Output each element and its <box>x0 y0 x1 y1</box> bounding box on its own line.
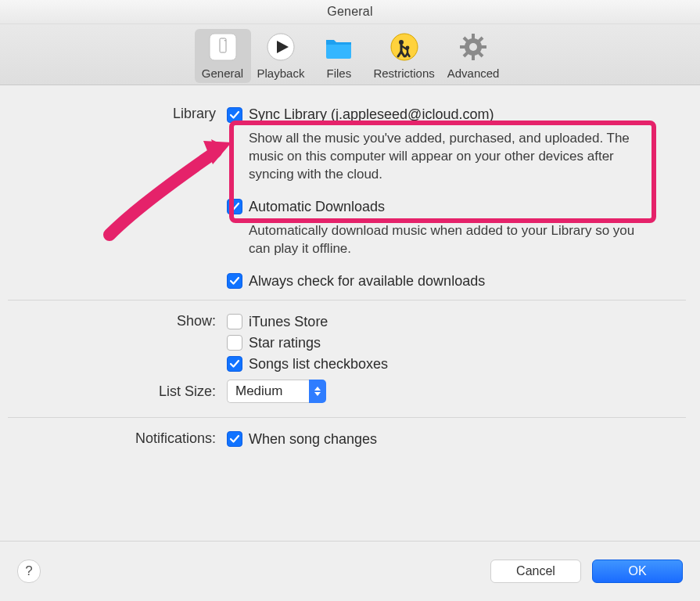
always-check-downloads-checkbox[interactable]: Always check for available downloads <box>227 271 665 292</box>
svg-rect-17 <box>472 55 475 60</box>
automatic-downloads-label: Automatic Downloads <box>249 199 385 215</box>
chevron-updown-icon <box>309 380 326 403</box>
list-size-select[interactable]: Medium <box>227 380 665 403</box>
checkbox-icon <box>227 107 242 123</box>
tab-files[interactable]: Files <box>311 29 367 83</box>
always-check-downloads-label: Always check for available downloads <box>249 273 485 290</box>
sync-library-description: Show all the music you've added, purchas… <box>249 130 648 184</box>
songs-list-checkboxes-checkbox[interactable]: Songs list checkboxes <box>227 354 665 375</box>
checkbox-icon <box>227 431 242 447</box>
tab-restrictions-label: Restrictions <box>373 67 434 80</box>
cancel-button[interactable]: Cancel <box>490 560 581 583</box>
list-size-section-label: List Size: <box>8 380 227 403</box>
checkbox-icon <box>227 314 242 329</box>
help-icon: ? <box>25 563 32 579</box>
tab-playback-label: Playback <box>257 67 305 80</box>
tab-restrictions[interactable]: Restrictions <box>367 29 440 83</box>
preferences-body: Library Sync Library (j.appleseed@icloud… <box>0 85 700 450</box>
svg-rect-18 <box>460 45 465 49</box>
notifications-section-label: Notifications: <box>8 429 227 448</box>
songs-list-checkboxes-label: Songs list checkboxes <box>249 356 388 372</box>
star-ratings-checkbox[interactable]: Star ratings <box>227 333 665 354</box>
restrictions-icon <box>386 29 422 65</box>
dialog-footer: ? Cancel OK <box>0 541 700 601</box>
show-section-label: Show: <box>8 311 227 330</box>
divider <box>8 300 686 300</box>
star-ratings-label: Star ratings <box>249 335 321 351</box>
svg-rect-16 <box>472 34 475 39</box>
when-song-changes-label: When song changes <box>249 431 377 448</box>
checkbox-icon <box>227 335 242 351</box>
sync-library-checkbox[interactable]: Sync Library (j.appleseed@icloud.com) <box>227 104 665 125</box>
library-section-label: Library <box>8 104 227 123</box>
play-icon <box>263 29 299 65</box>
sync-library-label: Sync Library (j.appleseed@icloud.com) <box>249 106 494 123</box>
divider <box>8 417 686 418</box>
ok-button[interactable]: OK <box>592 560 683 583</box>
checkbox-icon <box>227 199 242 214</box>
window-title: General <box>0 0 700 24</box>
itunes-store-checkbox[interactable]: iTunes Store <box>227 311 665 333</box>
tab-playback[interactable]: Playback <box>251 29 311 83</box>
automatic-downloads-checkbox[interactable]: Automatic Downloads <box>227 196 665 218</box>
general-prefs-icon <box>205 29 241 65</box>
gear-icon <box>455 29 491 65</box>
checkbox-icon <box>227 273 242 289</box>
help-button[interactable]: ? <box>17 560 41 583</box>
preferences-window: General General Playback <box>0 0 700 601</box>
list-size-value: Medium <box>227 380 309 403</box>
svg-point-24 <box>469 43 477 51</box>
folder-icon <box>321 29 357 65</box>
itunes-store-label: iTunes Store <box>249 314 328 330</box>
tab-files-label: Files <box>327 67 352 80</box>
automatic-downloads-description: Automatically download music when added … <box>249 222 648 258</box>
svg-rect-2 <box>224 40 225 41</box>
tab-advanced[interactable]: Advanced <box>441 29 506 83</box>
checkbox-icon <box>227 356 242 372</box>
preferences-toolbar: General Playback Files <box>0 24 700 85</box>
tab-advanced-label: Advanced <box>447 67 500 80</box>
tab-general-label: General <box>202 67 243 80</box>
tab-general[interactable]: General <box>195 29 251 83</box>
when-song-changes-checkbox[interactable]: When song changes <box>227 429 665 450</box>
svg-rect-19 <box>481 45 486 49</box>
